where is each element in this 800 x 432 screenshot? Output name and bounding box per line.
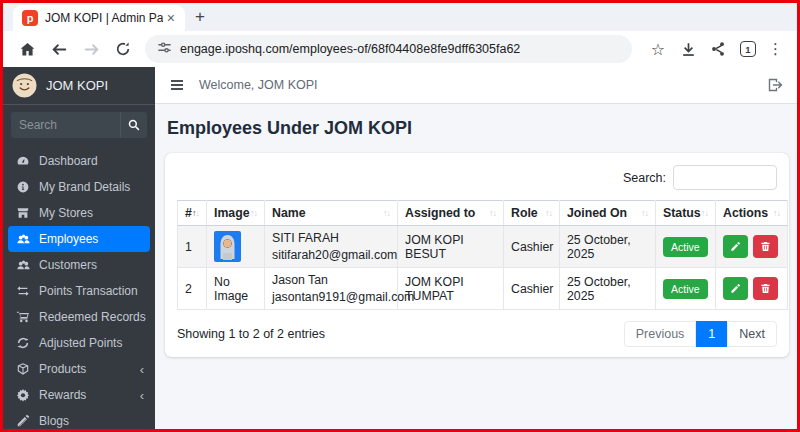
chevron-left-icon: ‹ [140, 388, 144, 403]
sidebar-search-button[interactable] [120, 112, 147, 138]
cart-icon [14, 310, 32, 324]
col-header-assigned-to[interactable]: Assigned to↑↓ [398, 201, 504, 226]
table-search-input[interactable] [673, 165, 777, 190]
employees-table: #↑↓ Image↑↓ Name↑↓ Assigned to↑↓ Role↑↓ … [177, 200, 788, 310]
share-icon[interactable] [704, 35, 732, 63]
cell-image: No Image [207, 268, 265, 310]
cell-status: Active [656, 268, 716, 310]
home-icon[interactable] [13, 35, 41, 63]
users-icon [14, 232, 32, 247]
sidebar-item-label: My Stores [39, 206, 93, 220]
main-area: Welcome, JOM KOPI Employees Under JOM KO… [155, 67, 797, 429]
edit-button[interactable] [723, 277, 748, 300]
cell-role: Cashier [504, 226, 560, 268]
delete-button[interactable] [753, 235, 778, 258]
sidebar-search-input[interactable] [11, 112, 120, 138]
delete-button[interactable] [753, 277, 778, 300]
cell-image [207, 226, 265, 268]
browser-menu-icon[interactable]: ⋮ [764, 40, 787, 58]
sort-icon: ↑↓ [545, 208, 552, 218]
sidebar-item-label: Adjusted Points [39, 336, 122, 350]
page-content: Employees Under JOM KOPI Search: #↑↓ Ima… [155, 104, 797, 429]
sidebar-item-label: Redeemed Records [39, 310, 146, 324]
info-icon [14, 180, 32, 194]
table-row: 1 SITI FAR [178, 226, 788, 268]
pagination-next[interactable]: Next [727, 321, 777, 347]
status-badge[interactable]: Active [663, 279, 708, 299]
col-header-actions[interactable]: Actions↑↓ [716, 201, 788, 226]
download-icon[interactable] [674, 35, 702, 63]
users-icon [14, 258, 32, 273]
site-info-tune-icon[interactable] [157, 40, 172, 59]
sidebar-item-employees[interactable]: Employees [8, 226, 150, 252]
sidebar-item-products[interactable]: Products ‹ [8, 356, 150, 382]
browser-tab-strip: p JOM KOPI | Admin Panel × + [3, 3, 797, 31]
box-icon [14, 362, 32, 376]
sort-icon: ↑↓ [250, 208, 257, 218]
cell-role: Cashier [504, 268, 560, 310]
sidebar-item-my-brand-details[interactable]: My Brand Details [8, 174, 150, 200]
sidebar-search [3, 105, 155, 145]
sidebar-item-rewards[interactable]: Rewards ‹ [8, 382, 150, 408]
gear-icon [14, 388, 32, 402]
sidebar-item-label: Rewards [39, 388, 86, 402]
cell-name: SITI FARAH sitifarah20@gmail.com [265, 226, 398, 268]
col-header-role[interactable]: Role↑↓ [504, 201, 560, 226]
brand-header[interactable]: JOM KOPI [3, 67, 155, 105]
tab-switcher-icon[interactable]: 1 [734, 35, 762, 63]
browser-toolbar: engage.iposhq.com/employees-of/68f04408e… [3, 31, 797, 67]
cell-status: Active [656, 226, 716, 268]
col-header-joined-on[interactable]: Joined On↑↓ [560, 201, 656, 226]
sidebar-item-adjusted-points[interactable]: Adjusted Points [8, 330, 150, 356]
sort-icon: ↑↓ [383, 208, 390, 218]
status-badge[interactable]: Active [663, 237, 708, 257]
sort-icon: ↑↓ [489, 208, 496, 218]
col-header-image[interactable]: Image↑↓ [207, 201, 265, 226]
app-window: JOM KOPI Dashboard My Brand Details My S… [3, 67, 797, 429]
cell-assigned-to: JOM KOPI BESUT [398, 226, 504, 268]
url-text[interactable]: engage.iposhq.com/employees-of/68f04408e… [180, 42, 520, 56]
pagination: Previous 1 Next [624, 321, 777, 347]
reload-icon[interactable] [109, 35, 137, 63]
sidebar-menu: Dashboard My Brand Details My Stores Emp… [3, 145, 155, 429]
back-icon[interactable] [45, 35, 73, 63]
brand-logo [12, 73, 37, 98]
sidebar-item-blogs[interactable]: Blogs [8, 408, 150, 429]
sort-icon: ↑↓ [701, 208, 708, 218]
cell-num: 1 [178, 226, 207, 268]
col-header-num[interactable]: #↑↓ [178, 201, 207, 226]
col-header-name[interactable]: Name↑↓ [265, 201, 398, 226]
sidebar-item-label: Points Transaction [39, 284, 138, 298]
sidebar-item-label: Dashboard [39, 154, 98, 168]
sync-icon [14, 336, 32, 350]
sidebar-item-redeemed-records[interactable]: Redeemed Records [8, 304, 150, 330]
sidebar-item-dashboard[interactable]: Dashboard [8, 148, 150, 174]
browser-tab[interactable]: p JOM KOPI | Admin Panel × [13, 5, 185, 31]
toolbar-right-icons: ☆ 1 ⋮ [644, 35, 787, 63]
employees-card: Search: #↑↓ Image↑↓ Name↑↓ Assigned to↑↓ [165, 153, 789, 357]
new-tab-button[interactable]: + [185, 7, 217, 31]
logout-icon[interactable] [767, 77, 783, 93]
sidebar-item-my-stores[interactable]: My Stores [8, 200, 150, 226]
url-bar[interactable]: engage.iposhq.com/employees-of/68f04408e… [145, 35, 632, 63]
pagination-page-1[interactable]: 1 [696, 321, 727, 347]
sidebar-item-label: Customers [39, 258, 97, 272]
table-row: 2 No Image Jason Tan jasontan9191@gmail.… [178, 268, 788, 310]
top-navbar: Welcome, JOM KOPI [155, 67, 797, 104]
col-header-status[interactable]: Status↑↓ [656, 201, 716, 226]
pagination-previous[interactable]: Previous [624, 321, 697, 347]
sort-icon: ↑↓ [641, 208, 648, 218]
store-icon [14, 206, 32, 220]
cell-joined-on: 25 October, 2025 [560, 268, 656, 310]
site-favicon: p [22, 10, 38, 26]
bookmark-star-icon[interactable]: ☆ [644, 35, 672, 63]
sidebar-item-label: Employees [39, 232, 98, 246]
cell-num: 2 [178, 268, 207, 310]
hamburger-menu-icon[interactable] [169, 77, 185, 93]
forward-icon[interactable] [77, 35, 105, 63]
table-search-label: Search: [623, 171, 666, 185]
sidebar-item-points-transaction[interactable]: Points Transaction [8, 278, 150, 304]
sidebar-item-customers[interactable]: Customers [8, 252, 150, 278]
edit-button[interactable] [723, 235, 748, 258]
tab-close-icon[interactable]: × [163, 9, 179, 27]
